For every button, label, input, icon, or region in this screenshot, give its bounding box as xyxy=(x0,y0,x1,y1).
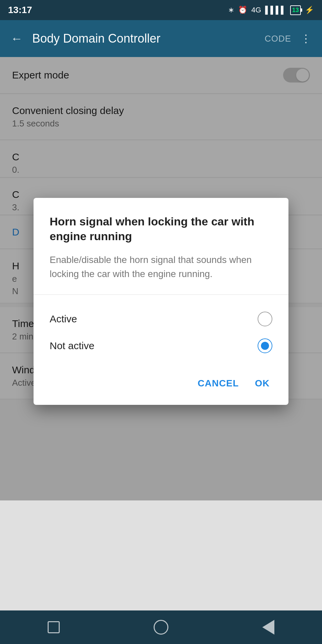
radio-active-label: Active xyxy=(50,313,77,325)
page-title: Body Domain Controller xyxy=(32,32,258,46)
navigation-bar xyxy=(0,610,322,644)
nav-recents-button[interactable] xyxy=(40,617,67,637)
network-4g-icon: 4G xyxy=(251,6,261,14)
ok-button[interactable]: OK xyxy=(252,374,272,393)
back-button[interactable]: ← xyxy=(8,29,25,48)
dialog-divider xyxy=(34,294,288,295)
dialog-overlay: Horn signal when locking the car with en… xyxy=(0,57,322,500)
more-options-button[interactable]: ⋮ xyxy=(298,30,314,48)
code-button[interactable]: CODE xyxy=(265,34,291,44)
signal-bars-icon: ▌▌▌▌ xyxy=(265,6,286,14)
home-icon xyxy=(154,620,168,635)
radio-option-not-active[interactable]: Not active xyxy=(50,332,272,359)
nav-home-button[interactable] xyxy=(148,617,174,637)
dialog-title: Horn signal when locking the car with en… xyxy=(50,214,272,244)
status-time: 13:17 xyxy=(8,5,32,15)
alarm-icon: ⏰ xyxy=(238,6,247,14)
nav-back-button[interactable] xyxy=(255,617,282,637)
radio-option-active[interactable]: Active xyxy=(50,306,272,332)
bluetooth-icon: ∗ xyxy=(228,6,234,14)
back-icon xyxy=(262,620,274,635)
cancel-button[interactable]: CANCEL xyxy=(195,374,241,393)
battery-icon: 13 xyxy=(290,5,301,15)
dialog: Horn signal when locking the car with en… xyxy=(34,198,288,405)
radio-not-active-button[interactable] xyxy=(258,338,272,353)
dialog-description: Enable/disable the horn signal that soun… xyxy=(50,253,272,281)
status-icons: ∗ ⏰ 4G ▌▌▌▌ 13 ⚡ xyxy=(228,5,314,15)
recents-icon xyxy=(48,621,60,633)
app-bar: ← Body Domain Controller CODE ⋮ xyxy=(0,20,322,57)
radio-not-active-label: Not active xyxy=(50,340,94,352)
radio-active-button[interactable] xyxy=(258,312,272,326)
dialog-actions: CANCEL OK xyxy=(50,371,272,393)
charging-icon: ⚡ xyxy=(305,6,314,14)
status-bar: 13:17 ∗ ⏰ 4G ▌▌▌▌ 13 ⚡ xyxy=(0,0,322,20)
